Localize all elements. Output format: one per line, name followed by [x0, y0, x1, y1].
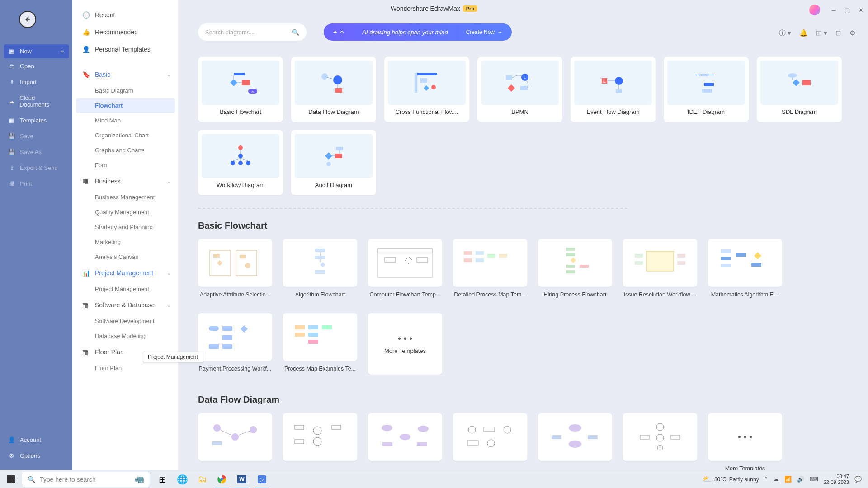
- recommended-item[interactable]: 👍Recommended: [72, 23, 178, 41]
- language-icon[interactable]: ⌨: [810, 476, 818, 483]
- template-card[interactable]: Issue Resolution Workflow ...: [623, 239, 697, 298]
- avatar[interactable]: [809, 5, 820, 15]
- new-button[interactable]: ▦ New ＋: [4, 44, 69, 58]
- type-card-crossfunc[interactable]: Cross Functional Flow...: [384, 57, 469, 122]
- category-sidebar: 🕘Recent 👍Recommended 👤Personal Templates…: [72, 0, 178, 470]
- type-card-bpmn[interactable]: LBPMN: [477, 57, 562, 122]
- volume-icon[interactable]: 🔊: [797, 476, 804, 483]
- db-model-item[interactable]: Database Modeling: [72, 328, 178, 343]
- close-icon[interactable]: ✕: [857, 6, 864, 14]
- svg-rect-86: [721, 249, 731, 253]
- quality-mgmt-item[interactable]: Quality Management: [72, 205, 178, 220]
- bell-icon[interactable]: 🔔: [799, 29, 808, 38]
- basic-diagram-label: Basic Diagram: [95, 87, 133, 94]
- minimize-icon[interactable]: ─: [830, 6, 837, 14]
- word-icon[interactable]: W: [232, 470, 251, 488]
- personal-templates-item[interactable]: 👤Personal Templates: [72, 41, 178, 58]
- orgchart-item[interactable]: Organizational Chart: [72, 128, 178, 143]
- tray-chevron-icon[interactable]: ˄: [764, 476, 768, 483]
- svg-marker-15: [424, 85, 429, 91]
- chrome-icon[interactable]: [212, 470, 231, 488]
- template-card[interactable]: Process Map Examples Te...: [283, 313, 357, 379]
- template-card[interactable]: Computer Flowchart Temp...: [368, 239, 442, 298]
- weather-widget[interactable]: ⛅30°C Partly sunny: [703, 475, 759, 483]
- edrawmax-icon[interactable]: ▷: [252, 470, 271, 488]
- maximize-icon[interactable]: ▢: [844, 6, 851, 14]
- type-card-idef[interactable]: IDEF Diagram: [664, 57, 749, 122]
- thumbsup-icon: 👍: [82, 28, 90, 36]
- project-management-category[interactable]: 📊Project Management⌄: [72, 264, 178, 282]
- mindmap-item[interactable]: Mind Map: [72, 113, 178, 128]
- tooltip: Project Management: [143, 352, 203, 362]
- template-card[interactable]: Detailed Process Map Tem...: [453, 239, 527, 298]
- notifications-icon[interactable]: 💬: [854, 476, 862, 483]
- open-button[interactable]: 🗀 Open: [0, 58, 72, 74]
- sw-dev-item[interactable]: Software Development: [72, 314, 178, 328]
- ai-banner[interactable]: ✦ ✧ AI drawing helps open your mind Crea…: [324, 23, 512, 41]
- template-card[interactable]: Algorithm Flowchart: [283, 239, 357, 298]
- explorer-icon[interactable]: 🗂: [193, 470, 212, 488]
- strategy-item[interactable]: Strategy and Planning: [72, 220, 178, 235]
- template-card[interactable]: [368, 413, 442, 470]
- pm-sub-item[interactable]: Project Management: [72, 282, 178, 296]
- save-button[interactable]: 💾 Save: [0, 128, 72, 144]
- type-card-eventflow[interactable]: EEvent Flow Diagram: [571, 57, 656, 122]
- basic-category[interactable]: 🔖Basic⌄: [72, 66, 178, 83]
- import-button[interactable]: ⇩ Import: [0, 74, 72, 90]
- orgchart-label: Organizational Chart: [95, 132, 149, 139]
- template-card[interactable]: Payment Processing Workf...: [198, 313, 272, 379]
- template-card[interactable]: [198, 413, 272, 470]
- template-card[interactable]: [283, 413, 357, 470]
- options-label: Options: [20, 452, 40, 459]
- onedrive-icon[interactable]: ☁: [773, 476, 779, 483]
- analysis-label: Analysis Canvas: [95, 253, 138, 260]
- grid-icon[interactable]: ⊞ ▾: [816, 29, 827, 38]
- cloud-documents-button[interactable]: ☁ Cloud Documents: [0, 90, 72, 113]
- type-card-audit[interactable]: Audit Diagram: [291, 130, 376, 195]
- business-category[interactable]: ▦Business⌄: [72, 173, 178, 190]
- form-item[interactable]: Form: [72, 158, 178, 173]
- type-card-basic-flowchart[interactable]: AIBasic Flowchart: [198, 57, 283, 122]
- marketing-item[interactable]: Marketing: [72, 235, 178, 249]
- templates-button[interactable]: ▦ Templates: [0, 113, 72, 128]
- analysis-item[interactable]: Analysis Canvas: [72, 249, 178, 264]
- business-mgmt-item[interactable]: Business Management: [72, 190, 178, 205]
- help-icon[interactable]: ⓘ ▾: [779, 29, 791, 38]
- edge-icon[interactable]: 🌐: [173, 470, 192, 488]
- basic-diagram[interactable]: Basic Diagram: [72, 83, 178, 98]
- account-button[interactable]: 👤 Account: [0, 432, 72, 448]
- more-templates-card-dfd[interactable]: • • •More Templates: [708, 413, 782, 470]
- template-card[interactable]: Mathematics Algorithm Fl...: [708, 239, 782, 298]
- svg-point-114: [313, 437, 321, 446]
- template-card[interactable]: Hiring Process Flowchart: [538, 239, 612, 298]
- print-button[interactable]: 🖶 Print: [0, 176, 72, 192]
- clock[interactable]: 03:4722-09-2023: [824, 474, 849, 485]
- svg-rect-88: [721, 264, 731, 267]
- settings-icon[interactable]: ⚙: [849, 29, 855, 38]
- pro-badge: Pro: [463, 5, 477, 12]
- type-card-sdl[interactable]: SDL Diagram: [757, 57, 842, 122]
- wifi-icon[interactable]: 📶: [784, 476, 792, 483]
- template-card[interactable]: Adaptive Attribute Selectio...: [198, 239, 272, 298]
- template-card[interactable]: [623, 413, 697, 470]
- software-db-category[interactable]: ▦Software & Database⌄: [72, 296, 178, 314]
- flowchart-item[interactable]: Flowchart: [76, 98, 175, 113]
- create-now-button[interactable]: Create Now →: [466, 29, 503, 35]
- more-templates-card[interactable]: • • •More Templates: [368, 313, 442, 379]
- search-input[interactable]: Search diagrams... 🔍: [198, 23, 307, 41]
- apps-icon[interactable]: ⊟: [835, 29, 841, 38]
- start-button[interactable]: [2, 470, 20, 488]
- taskview-icon[interactable]: ⊞: [153, 470, 172, 488]
- graphs-item[interactable]: Graphs and Charts: [72, 143, 178, 158]
- export-button[interactable]: ⇪ Export & Send: [0, 160, 72, 176]
- floorplan-item[interactable]: Floor Plan: [72, 361, 178, 375]
- taskbar-search[interactable]: 🔍Type here to search🦏: [22, 472, 150, 487]
- template-card[interactable]: [453, 413, 527, 470]
- type-card-dfd[interactable]: Data Flow Diagram: [291, 57, 376, 122]
- svg-rect-103: [308, 340, 318, 344]
- template-card[interactable]: [538, 413, 612, 470]
- taskbar: 🔍Type here to search🦏 ⊞ 🌐 🗂 W ▷ ⛅30°C Pa…: [0, 470, 868, 488]
- saveas-button[interactable]: 💾 Save As: [0, 144, 72, 160]
- options-button[interactable]: ⚙ Options: [0, 448, 72, 464]
- type-card-workflow[interactable]: Workflow Diagram: [198, 130, 283, 195]
